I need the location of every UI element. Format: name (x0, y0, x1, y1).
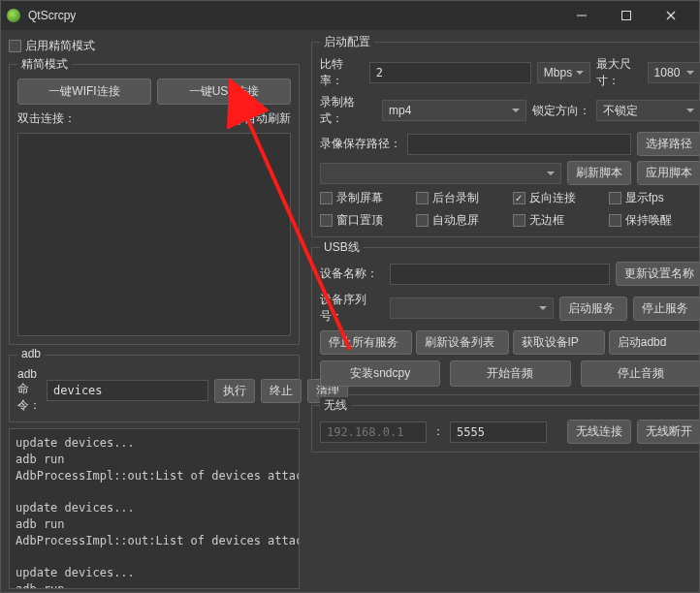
bitrate-label: 比特率： (320, 56, 364, 89)
enable-simple-mode-label: 启用精简模式 (25, 38, 95, 54)
adb-legend: adb (17, 347, 45, 360)
auto-refresh-label: 自动刷新 (244, 110, 291, 127)
double-click-label: 双击连接： (17, 110, 76, 127)
app-icon (7, 9, 20, 22)
checkbox-icon (228, 112, 240, 125)
start-config-group: 启动配置 比特率： Mbps 最大尺寸： 1080 录制格式： mp4 锁定方向… (311, 42, 700, 237)
log-output[interactable]: update devices... adb run AdbProcessImpl… (9, 428, 300, 589)
wifi-connect-button2[interactable]: 无线连接 (567, 420, 631, 444)
auto-off-checkbox[interactable]: 自动息屏 (416, 212, 508, 229)
options-grid: 录制屏幕 后台录制 反向连接 显示fps 窗口置顶 自动息屏 无边框 保持唤醒 (320, 190, 700, 229)
recpath-label: 录像保存路径： (320, 136, 401, 152)
bitrate-input[interactable] (369, 62, 531, 83)
recfmt-select[interactable]: mp4 (382, 100, 526, 121)
refresh-script-button[interactable]: 刷新脚本 (567, 161, 631, 185)
usb-legend: USB线 (320, 239, 364, 256)
recfmt-label: 录制格式： (320, 94, 376, 127)
close-button[interactable] (649, 1, 693, 30)
device-list-area[interactable] (17, 133, 291, 336)
svg-rect-1 (622, 12, 631, 20)
update-name-button[interactable]: 更新设置名称 (616, 262, 700, 286)
get-ip-button[interactable]: 获取设备IP (513, 330, 605, 355)
stop-service-button[interactable]: 停止服务 (633, 296, 700, 321)
maximize-button[interactable] (604, 1, 649, 30)
adb-cmd-label: adb命令： (17, 367, 41, 414)
start-adbd-button[interactable]: 启动adbd (609, 330, 700, 355)
window-top-checkbox[interactable]: 窗口置顶 (320, 212, 412, 229)
no-border-checkbox[interactable]: 无边框 (513, 212, 605, 229)
maxsize-label: 最大尺寸： (596, 56, 641, 89)
enable-simple-mode-checkbox[interactable]: 启用精简模式 (9, 38, 300, 54)
simple-mode-legend: 精简模式 (17, 56, 72, 73)
lockorient-select[interactable]: 不锁定 (596, 100, 700, 121)
device-serial-select[interactable] (390, 297, 554, 319)
show-fps-checkbox[interactable]: 显示fps (609, 190, 700, 206)
port-input[interactable] (450, 421, 547, 443)
ip-input[interactable] (320, 421, 427, 443)
adb-group: adb adb命令： 执行 终止 清理 (9, 355, 300, 422)
keep-awake-checkbox[interactable]: 保持唤醒 (609, 212, 700, 229)
right-column: 启动配置 比特率： Mbps 最大尺寸： 1080 录制格式： mp4 锁定方向… (311, 38, 700, 589)
lockorient-label: 锁定方向： (532, 103, 590, 119)
start-audio-button[interactable]: 开始音频 (450, 360, 570, 387)
checkbox-icon (9, 40, 21, 52)
bitrate-unit-select[interactable]: Mbps (537, 62, 590, 83)
device-serial-label: 设备序列号： (320, 292, 384, 325)
wireless-group: 无线 ： 无线连接 无线断开 (311, 405, 700, 453)
app-window: QtScrcpy 启用精简模式 精简模式 一键WIFI连接 一键USB连接 (0, 0, 700, 593)
left-column: 启用精简模式 精简模式 一键WIFI连接 一键USB连接 双击连接： 自动刷新 (9, 38, 300, 589)
refresh-devices-button[interactable]: 刷新设备列表 (416, 330, 508, 355)
bg-record-checkbox[interactable]: 后台录制 (416, 190, 508, 206)
install-sndcpy-button[interactable]: 安装sndcpy (320, 360, 440, 387)
wifi-disconnect-button[interactable]: 无线断开 (637, 420, 700, 444)
terminate-button[interactable]: 终止 (261, 379, 302, 403)
colon-label: ： (432, 423, 444, 440)
adb-cmd-input[interactable] (47, 380, 208, 401)
app-title: QtScrcpy (28, 9, 76, 22)
device-name-label: 设备名称： (320, 265, 384, 282)
content-area: 启用精简模式 精简模式 一键WIFI连接 一键USB连接 双击连接： 自动刷新 (1, 30, 699, 593)
maxsize-select[interactable]: 1080 (648, 62, 700, 83)
record-screen-checkbox[interactable]: 录制屏幕 (320, 190, 412, 206)
start-config-legend: 启动配置 (320, 34, 374, 50)
device-name-input[interactable] (390, 264, 610, 285)
auto-refresh-checkbox[interactable]: 自动刷新 (228, 110, 291, 127)
script-select[interactable] (320, 163, 561, 184)
usb-group: USB线 设备名称： 更新设置名称 设备序列号： 启动服务 停止服务 停止所有服… (311, 247, 700, 395)
stop-audio-button[interactable]: 停止音频 (581, 360, 700, 387)
recpath-input[interactable] (407, 134, 631, 155)
titlebar: QtScrcpy (1, 1, 699, 30)
exec-button[interactable]: 执行 (214, 379, 255, 403)
wifi-connect-button[interactable]: 一键WIFI连接 (17, 78, 151, 105)
choose-path-button[interactable]: 选择路径 (637, 132, 700, 156)
minimize-button[interactable] (559, 1, 604, 30)
reverse-conn-checkbox[interactable]: 反向连接 (513, 190, 605, 206)
stop-all-button[interactable]: 停止所有服务 (320, 330, 412, 355)
usb-connect-button[interactable]: 一键USB连接 (157, 78, 291, 105)
apply-script-button[interactable]: 应用脚本 (637, 161, 700, 185)
wireless-legend: 无线 (320, 397, 351, 414)
simple-mode-group: 精简模式 一键WIFI连接 一键USB连接 双击连接： 自动刷新 (9, 64, 300, 345)
start-service-button[interactable]: 启动服务 (559, 296, 627, 321)
